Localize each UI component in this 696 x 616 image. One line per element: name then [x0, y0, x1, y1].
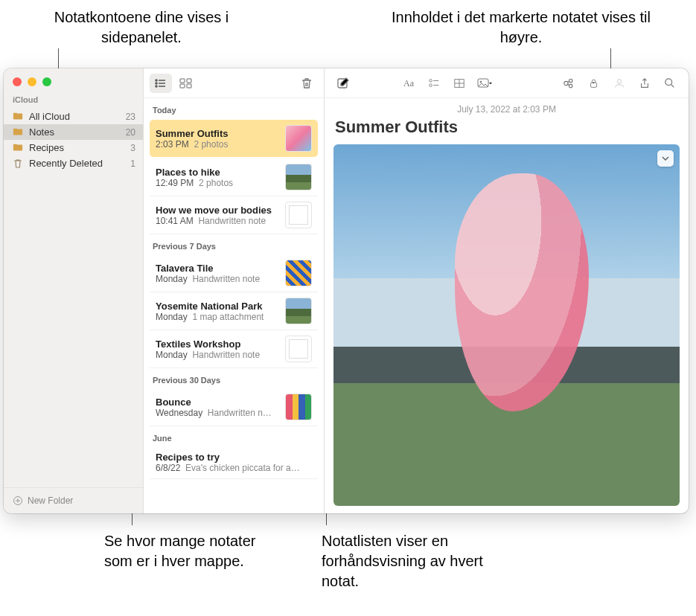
sidebar-item-count: 20 — [126, 127, 135, 138]
trash-icon — [13, 158, 23, 169]
sidebar-item-count: 3 — [130, 143, 135, 153]
list-item-thumbnail — [285, 202, 312, 228]
list-item[interactable]: How we move our bodies 10:41 AM Handwrit… — [150, 196, 318, 234]
sidebar-item-label: Notes — [29, 126, 120, 138]
svg-point-20 — [665, 78, 672, 85]
list-item-title: Textiles Workshop — [156, 339, 279, 350]
search-button[interactable] — [659, 74, 681, 93]
list-section-header: June — [144, 426, 324, 446]
list-view-button[interactable] — [150, 74, 172, 93]
list-item-time: 6/8/22 — [156, 463, 180, 473]
list-item-time: Wednesday — [156, 408, 202, 418]
sidebar-item-notes[interactable]: Notes 20 — [4, 124, 143, 140]
new-folder-label: New Folder — [28, 495, 73, 506]
close-window-button[interactable] — [13, 77, 22, 86]
note-title[interactable]: Summer Outfits — [325, 118, 689, 141]
list-item-meta: 2 photos — [199, 178, 233, 188]
list-item-title: Summer Outfits — [156, 128, 279, 139]
list-item-title: Places to hike — [156, 167, 279, 178]
sidebar-section-header: iCloud — [4, 94, 143, 109]
list-item-meta: Eva's chicken piccata for a… — [185, 463, 300, 473]
list-section-header: Previous 7 Days — [144, 234, 324, 254]
notes-window: iCloud All iCloud 23 Notes 20 Recipes 3 — [4, 68, 689, 513]
list-item-time: Monday — [156, 274, 188, 284]
svg-point-17 — [569, 84, 572, 87]
plus-circle-icon — [13, 495, 23, 506]
svg-point-15 — [564, 81, 568, 85]
list-item-meta: Handwritten note — [192, 274, 260, 284]
list-item-meta: Handwritten n… — [208, 408, 272, 418]
svg-point-3 — [156, 86, 157, 87]
list-item-time: Monday — [156, 350, 188, 360]
list-item[interactable]: Talavera Tile Monday Handwritten note — [150, 254, 318, 292]
share-button[interactable] — [633, 74, 656, 93]
list-item[interactable]: Yosemite National Park Monday 1 map atta… — [150, 292, 318, 330]
new-note-button[interactable] — [332, 74, 354, 93]
list-item-thumbnail — [285, 394, 312, 420]
list-item-time: 12:49 PM — [156, 178, 194, 188]
folder-icon — [13, 112, 23, 122]
collaborate-button[interactable] — [608, 74, 630, 93]
svg-point-14 — [480, 80, 482, 83]
list-item-time: 10:41 AM — [156, 216, 194, 226]
media-button[interactable] — [473, 74, 496, 93]
image-menu-button[interactable] — [657, 150, 674, 167]
sidebar: iCloud All iCloud 23 Notes 20 Recipes 3 — [4, 68, 144, 513]
list-item-meta: Handwritten note — [192, 350, 260, 360]
svg-text:Aa: Aa — [403, 78, 415, 89]
svg-point-2 — [156, 83, 157, 84]
note-content-panel: Aa — [325, 68, 689, 513]
callout-top-right: Innholdet i det markerte notatet vises t… — [376, 7, 666, 48]
list-item-title: How we move our bodies — [156, 205, 279, 216]
sidebar-item-count: 23 — [126, 112, 135, 122]
list-item-meta: 2 photos — [194, 139, 228, 150]
svg-rect-7 — [187, 84, 191, 88]
list-item[interactable]: Bounce Wednesday Handwritten n… — [150, 388, 318, 426]
link-notes-button[interactable] — [558, 74, 580, 93]
minimize-window-button[interactable] — [28, 77, 36, 86]
sidebar-item-recipes[interactable]: Recipes 3 — [4, 140, 143, 155]
list-item-thumbnail — [285, 336, 312, 362]
list-item-title: Recipes to try — [156, 452, 312, 463]
list-item-thumbnail — [285, 298, 312, 324]
callout-bottom-left: Se hvor mange notater som er i hver mapp… — [104, 531, 268, 571]
list-item-title: Yosemite National Park — [156, 301, 279, 312]
list-item-title: Bounce — [156, 397, 279, 408]
table-button[interactable] — [448, 74, 470, 93]
note-image[interactable] — [333, 144, 680, 506]
notes-list: Today Summer Outfits 2:03 PM 2 photos Pl… — [144, 98, 324, 513]
sidebar-item-count: 1 — [130, 158, 135, 169]
lock-note-button[interactable] — [583, 74, 605, 93]
notes-list-panel: Today Summer Outfits 2:03 PM 2 photos Pl… — [144, 68, 325, 513]
list-item-thumbnail — [285, 125, 312, 152]
svg-point-11 — [430, 83, 432, 86]
list-item[interactable]: Recipes to try 6/8/22 Eva's chicken picc… — [150, 446, 318, 479]
delete-note-button[interactable] — [296, 74, 318, 93]
sidebar-item-all-icloud[interactable]: All iCloud 23 — [4, 109, 143, 124]
note-body: July 13, 2022 at 2:03 PM Summer Outfits — [325, 98, 689, 513]
svg-point-10 — [430, 79, 432, 82]
list-item-summer-outfits[interactable]: Summer Outfits 2:03 PM 2 photos — [150, 120, 318, 157]
list-item-meta: Handwritten note — [198, 216, 266, 226]
sidebar-item-recently-deleted[interactable]: Recently Deleted 1 — [4, 155, 143, 171]
folder-icon — [13, 127, 23, 138]
svg-rect-4 — [180, 79, 185, 83]
checklist-button[interactable] — [423, 74, 445, 93]
list-item[interactable]: Places to hike 12:49 PM 2 photos — [150, 158, 318, 196]
sidebar-item-label: Recently Deleted — [29, 158, 124, 169]
zoom-window-button[interactable] — [42, 77, 51, 86]
callout-top-left: Notatkontoene dine vises i sidepanelet. — [45, 7, 238, 48]
list-item[interactable]: Textiles Workshop Monday Handwritten not… — [150, 330, 318, 368]
list-toolbar — [144, 68, 324, 98]
folder-icon — [13, 143, 23, 153]
list-item-thumbnail — [285, 260, 312, 286]
list-section-header: Today — [144, 98, 324, 118]
list-item-time: 2:03 PM — [156, 139, 189, 150]
window-controls — [4, 68, 143, 94]
sidebar-item-label: All iCloud — [29, 111, 120, 122]
gallery-view-button[interactable] — [175, 74, 197, 93]
new-folder-button[interactable]: New Folder — [4, 487, 143, 513]
format-text-button[interactable]: Aa — [398, 74, 420, 93]
callout-bottom-right: Notatlisten viser en forhåndsvisning av … — [322, 531, 523, 591]
svg-rect-5 — [187, 79, 191, 83]
